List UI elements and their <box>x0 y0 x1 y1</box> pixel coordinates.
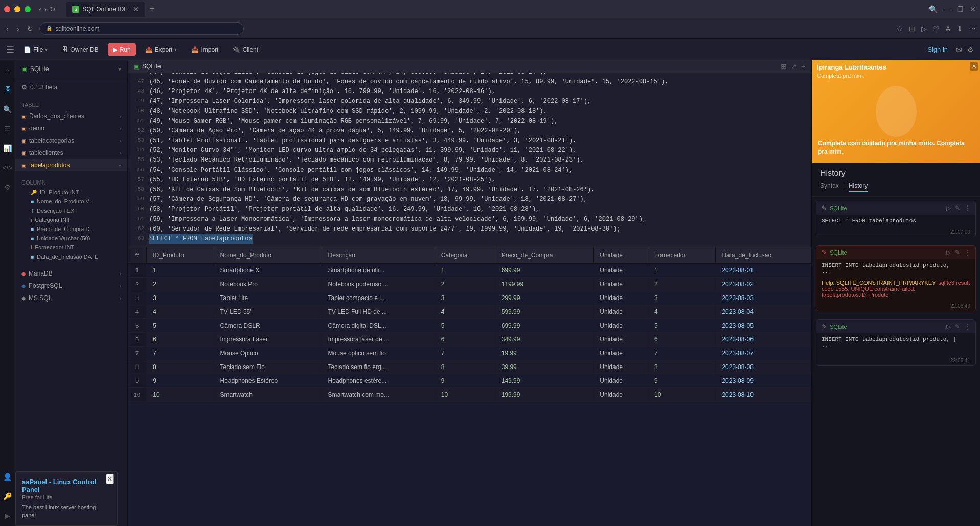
edit-action-icon[interactable]: ✎ <box>955 323 960 330</box>
cell-nome: Headphones Estéreo <box>214 374 322 388</box>
sidebar-item-tabelaprodutos[interactable]: ▣ tabelaprodutos ▾ <box>15 159 127 171</box>
edit-action-icon[interactable]: ✎ <box>955 249 960 256</box>
sidebar-item-dados[interactable]: ▣ Dados_dos_clientes › <box>15 110 127 122</box>
history-tab-history[interactable]: History <box>849 182 868 192</box>
table-row[interactable]: 10 10 Smartwatch Smartwatch com mo... 10… <box>128 388 811 402</box>
results-table-wrap[interactable]: # ID_Produto Nome_do_Produto Descrição C… <box>128 247 811 526</box>
sidebar-item-demo[interactable]: ▣ demo › <box>15 122 127 134</box>
client-menu[interactable]: 🔌 Client <box>227 43 263 56</box>
export-menu[interactable]: 📤 Export ▾ <box>140 43 183 56</box>
sql-line-selected[interactable]: 63SELECT * FROM tabelaprodutos <box>134 234 805 244</box>
more-action-icon[interactable]: ⋮ <box>964 323 970 330</box>
icon-bar-home[interactable]: ⌂ <box>2 64 14 77</box>
font-icon[interactable]: A <box>946 25 950 33</box>
table-row[interactable]: 4 4 TV LED 55" TV LED Full HD de ... 4 5… <box>128 305 811 319</box>
sidebar-item-mariadb[interactable]: ◆ MariaDB › <box>15 267 127 280</box>
table-row[interactable]: 7 7 Mouse Óptico Mouse óptico sem fio 7 … <box>128 347 811 360</box>
search-icon[interactable]: 🔍 <box>929 5 938 13</box>
col-fornecedor[interactable]: i Fornecedor INT <box>27 243 127 252</box>
import-menu[interactable]: 📥 Import <box>186 43 223 56</box>
settings-icon[interactable]: ⚙ <box>967 45 974 54</box>
heart-icon[interactable]: ♡ <box>933 25 940 33</box>
refresh-btn[interactable]: ↻ <box>50 5 56 13</box>
refresh-nav-btn[interactable]: ↻ <box>25 22 35 35</box>
icon-bar-key[interactable]: 🔑 <box>2 490 14 502</box>
col-header-cat[interactable]: Categoria <box>435 247 495 263</box>
col-data[interactable]: ■ Data_de_Inclusao DATE <box>27 252 127 261</box>
cell-forn: 5 <box>648 319 716 333</box>
sql-editor[interactable]: 42(40, 'SmartLaunch Pro', 'SmartLaunch c… <box>128 73 811 247</box>
back-btn[interactable]: ‹ <box>39 5 41 13</box>
table-row[interactable]: 3 3 Tablet Lite Tablet compacto e l... 3… <box>128 291 811 305</box>
window-close-btn[interactable]: ✕ <box>970 5 976 13</box>
col-descricao[interactable]: T Descrição TEXT <box>27 206 127 215</box>
history-tab-syntax[interactable]: Syntax <box>820 182 839 192</box>
table-row[interactable]: 6 6 Impressora Laser Impressora laser de… <box>128 333 811 347</box>
col-header-unidade[interactable]: Unidade <box>594 247 648 263</box>
cell-id: 9 <box>147 374 214 388</box>
col-unidade[interactable]: ■ Unidade Varchar (50) <box>27 234 127 243</box>
file-menu[interactable]: 📄 File ▾ <box>18 43 53 56</box>
ad-close-btn[interactable]: ✕ <box>970 62 978 71</box>
col-header-preco[interactable]: Preco_de_Compra <box>495 247 594 263</box>
col-nome-produto[interactable]: ■ Nome_do_Produto V... <box>27 197 127 206</box>
icon-bar-chart[interactable]: 📊 <box>2 142 14 154</box>
screenshot-icon[interactable]: ⊡ <box>909 25 915 33</box>
grid-icon[interactable]: ⊞ <box>781 62 787 71</box>
edit-action-icon[interactable]: ✎ <box>955 204 960 212</box>
play-icon[interactable]: ▷ <box>921 25 927 33</box>
icon-bar-db[interactable]: 🗄 <box>2 84 14 96</box>
sidebar-item-tableclientes[interactable]: ▣ tableclientes › <box>15 147 127 159</box>
col-header-forn[interactable]: Fornecedor <box>648 247 716 263</box>
play-action-icon[interactable]: ▷ <box>946 204 951 212</box>
forward-nav-btn[interactable]: › <box>15 22 21 35</box>
icon-bar-settings[interactable]: ⚙ <box>2 181 14 193</box>
back-nav-btn[interactable]: ‹ <box>4 22 11 35</box>
sign-in-btn[interactable]: Sign in <box>927 45 948 53</box>
col-categoria[interactable]: i Categoria INT <box>27 215 127 224</box>
menu-btn[interactable]: ☰ <box>6 44 14 55</box>
play-action-icon[interactable]: ▷ <box>946 249 951 256</box>
more-action-icon[interactable]: ⋮ <box>964 204 970 212</box>
forward-btn[interactable]: › <box>44 5 47 13</box>
minimize-btn[interactable]: — <box>944 5 951 13</box>
bookmark-icon[interactable]: ☆ <box>896 25 903 33</box>
col-header-id[interactable]: ID_Produto <box>147 247 214 263</box>
table-row[interactable]: 1 1 Smartphone X Smartphone de últi... 1… <box>128 263 811 278</box>
icon-bar-person[interactable]: 👤 <box>2 471 14 483</box>
tab-close-btn[interactable]: ✕ <box>133 5 139 13</box>
mail-icon[interactable]: ✉ <box>956 45 962 54</box>
table-row[interactable]: 9 9 Headphones Estéreo Headphones estére… <box>128 374 811 388</box>
icon-bar-code[interactable]: </> <box>2 162 14 174</box>
sidebar-chevron-icon[interactable]: ▾ <box>118 65 121 73</box>
play-action-icon[interactable]: ▷ <box>946 323 951 330</box>
sidebar-item-tabelacategorias[interactable]: ▣ tabelacategorias › <box>15 134 127 147</box>
bottom-ad-close-btn[interactable]: ✕ <box>106 474 114 484</box>
plus-icon[interactable]: + <box>801 62 805 71</box>
new-tab-btn[interactable]: + <box>149 4 155 14</box>
table-row[interactable]: 2 2 Notebook Pro Notebook poderoso ... 2… <box>128 278 811 291</box>
sidebar-item-postgresql[interactable]: ◆ PostgreSQL › <box>15 280 127 292</box>
more-action-icon[interactable]: ⋮ <box>964 249 970 256</box>
icon-bar-search[interactable]: 🔍 <box>2 103 14 116</box>
run-button[interactable]: ▶ Run <box>108 43 136 56</box>
history-time-1: 22:07:09 <box>816 227 975 237</box>
sidebar-item-mssql[interactable]: ◆ MS SQL › <box>15 292 127 304</box>
col-id-produto[interactable]: 🔑 ID_Produto INT <box>27 188 127 197</box>
url-bar[interactable]: 🔒 sqliteonline.com <box>39 22 244 35</box>
active-tab[interactable]: S SQL OnLine IDE ✕ <box>66 2 145 17</box>
col-header-desc[interactable]: Descrição <box>322 247 435 263</box>
maximize-btn[interactable]: ❐ <box>957 5 964 13</box>
col-header-data[interactable]: Data_de_Inclusao <box>716 247 811 263</box>
icon-bar-table[interactable]: ☰ <box>2 123 14 135</box>
download-icon[interactable]: ⬇ <box>956 25 963 33</box>
owner-db-menu[interactable]: 🗄 Owner DB <box>57 43 103 56</box>
col-header-nome[interactable]: Nome_do_Produto <box>214 247 322 263</box>
col-preco[interactable]: ■ Preco_de_Compra D... <box>27 224 127 234</box>
more-icon[interactable]: ⋯ <box>969 25 976 33</box>
editor-tab[interactable]: ▣ SQLite <box>134 63 161 70</box>
icon-bar-terminal[interactable]: ▶ <box>2 510 14 522</box>
expand-icon[interactable]: ⤢ <box>791 62 797 71</box>
table-row[interactable]: 5 5 Câmera DSLR Câmera digital DSL... 5 … <box>128 319 811 333</box>
table-row[interactable]: 8 8 Teclado sem Fio Teclado sem fio erg.… <box>128 360 811 374</box>
